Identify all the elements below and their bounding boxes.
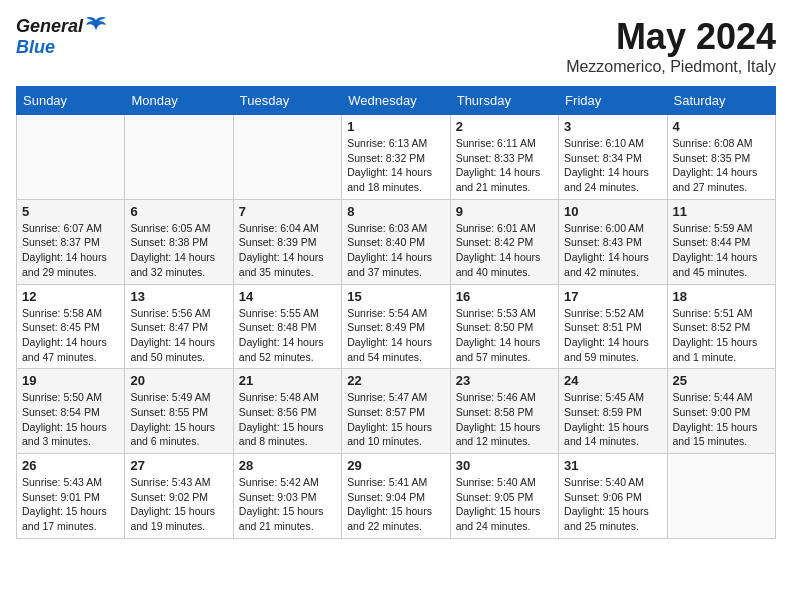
calendar-cell: 7Sunrise: 6:04 AM Sunset: 8:39 PM Daylig… [233, 199, 341, 284]
calendar-cell: 24Sunrise: 5:45 AM Sunset: 8:59 PM Dayli… [559, 369, 667, 454]
day-info: Sunrise: 5:52 AM Sunset: 8:51 PM Dayligh… [564, 306, 661, 365]
calendar-cell: 10Sunrise: 6:00 AM Sunset: 8:43 PM Dayli… [559, 199, 667, 284]
day-header-monday: Monday [125, 87, 233, 115]
calendar-cell: 22Sunrise: 5:47 AM Sunset: 8:57 PM Dayli… [342, 369, 450, 454]
week-row-1: 1Sunrise: 6:13 AM Sunset: 8:32 PM Daylig… [17, 115, 776, 200]
day-number: 24 [564, 373, 661, 388]
calendar-cell: 4Sunrise: 6:08 AM Sunset: 8:35 PM Daylig… [667, 115, 775, 200]
day-info: Sunrise: 5:59 AM Sunset: 8:44 PM Dayligh… [673, 221, 770, 280]
day-info: Sunrise: 6:00 AM Sunset: 8:43 PM Dayligh… [564, 221, 661, 280]
calendar-cell [125, 115, 233, 200]
day-number: 26 [22, 458, 119, 473]
day-number: 5 [22, 204, 119, 219]
day-header-wednesday: Wednesday [342, 87, 450, 115]
calendar-cell: 29Sunrise: 5:41 AM Sunset: 9:04 PM Dayli… [342, 454, 450, 539]
week-row-2: 5Sunrise: 6:07 AM Sunset: 8:37 PM Daylig… [17, 199, 776, 284]
day-header-sunday: Sunday [17, 87, 125, 115]
logo: General Blue [16, 16, 107, 58]
day-info: Sunrise: 5:56 AM Sunset: 8:47 PM Dayligh… [130, 306, 227, 365]
day-number: 10 [564, 204, 661, 219]
days-header-row: SundayMondayTuesdayWednesdayThursdayFrid… [17, 87, 776, 115]
month-title: May 2024 [566, 16, 776, 58]
day-info: Sunrise: 6:13 AM Sunset: 8:32 PM Dayligh… [347, 136, 444, 195]
day-number: 13 [130, 289, 227, 304]
calendar-cell [233, 115, 341, 200]
calendar-cell: 9Sunrise: 6:01 AM Sunset: 8:42 PM Daylig… [450, 199, 558, 284]
day-info: Sunrise: 5:49 AM Sunset: 8:55 PM Dayligh… [130, 390, 227, 449]
day-number: 25 [673, 373, 770, 388]
day-number: 18 [673, 289, 770, 304]
day-info: Sunrise: 5:43 AM Sunset: 9:02 PM Dayligh… [130, 475, 227, 534]
calendar-cell: 14Sunrise: 5:55 AM Sunset: 8:48 PM Dayli… [233, 284, 341, 369]
day-number: 12 [22, 289, 119, 304]
day-number: 7 [239, 204, 336, 219]
header: General Blue May 2024 Mezzomerico, Piedm… [16, 16, 776, 76]
calendar-cell: 31Sunrise: 5:40 AM Sunset: 9:06 PM Dayli… [559, 454, 667, 539]
title-area: May 2024 Mezzomerico, Piedmont, Italy [566, 16, 776, 76]
calendar-cell: 17Sunrise: 5:52 AM Sunset: 8:51 PM Dayli… [559, 284, 667, 369]
calendar-cell: 5Sunrise: 6:07 AM Sunset: 8:37 PM Daylig… [17, 199, 125, 284]
calendar-cell: 30Sunrise: 5:40 AM Sunset: 9:05 PM Dayli… [450, 454, 558, 539]
calendar-cell: 25Sunrise: 5:44 AM Sunset: 9:00 PM Dayli… [667, 369, 775, 454]
day-number: 6 [130, 204, 227, 219]
day-number: 1 [347, 119, 444, 134]
day-header-tuesday: Tuesday [233, 87, 341, 115]
day-number: 11 [673, 204, 770, 219]
calendar-cell: 12Sunrise: 5:58 AM Sunset: 8:45 PM Dayli… [17, 284, 125, 369]
location-title: Mezzomerico, Piedmont, Italy [566, 58, 776, 76]
calendar-cell: 8Sunrise: 6:03 AM Sunset: 8:40 PM Daylig… [342, 199, 450, 284]
day-number: 21 [239, 373, 336, 388]
day-info: Sunrise: 5:50 AM Sunset: 8:54 PM Dayligh… [22, 390, 119, 449]
day-info: Sunrise: 6:03 AM Sunset: 8:40 PM Dayligh… [347, 221, 444, 280]
calendar-cell: 16Sunrise: 5:53 AM Sunset: 8:50 PM Dayli… [450, 284, 558, 369]
day-number: 27 [130, 458, 227, 473]
day-number: 28 [239, 458, 336, 473]
day-number: 4 [673, 119, 770, 134]
calendar-cell: 27Sunrise: 5:43 AM Sunset: 9:02 PM Dayli… [125, 454, 233, 539]
day-info: Sunrise: 5:45 AM Sunset: 8:59 PM Dayligh… [564, 390, 661, 449]
calendar-table: SundayMondayTuesdayWednesdayThursdayFrid… [16, 86, 776, 539]
calendar-cell [667, 454, 775, 539]
day-info: Sunrise: 5:43 AM Sunset: 9:01 PM Dayligh… [22, 475, 119, 534]
day-header-saturday: Saturday [667, 87, 775, 115]
day-number: 16 [456, 289, 553, 304]
day-number: 17 [564, 289, 661, 304]
day-info: Sunrise: 5:44 AM Sunset: 9:00 PM Dayligh… [673, 390, 770, 449]
day-info: Sunrise: 5:48 AM Sunset: 8:56 PM Dayligh… [239, 390, 336, 449]
calendar-cell: 20Sunrise: 5:49 AM Sunset: 8:55 PM Dayli… [125, 369, 233, 454]
day-info: Sunrise: 6:01 AM Sunset: 8:42 PM Dayligh… [456, 221, 553, 280]
day-info: Sunrise: 5:55 AM Sunset: 8:48 PM Dayligh… [239, 306, 336, 365]
day-info: Sunrise: 6:10 AM Sunset: 8:34 PM Dayligh… [564, 136, 661, 195]
calendar-cell: 13Sunrise: 5:56 AM Sunset: 8:47 PM Dayli… [125, 284, 233, 369]
calendar-cell: 1Sunrise: 6:13 AM Sunset: 8:32 PM Daylig… [342, 115, 450, 200]
calendar-cell: 23Sunrise: 5:46 AM Sunset: 8:58 PM Dayli… [450, 369, 558, 454]
day-number: 14 [239, 289, 336, 304]
calendar-cell: 11Sunrise: 5:59 AM Sunset: 8:44 PM Dayli… [667, 199, 775, 284]
day-info: Sunrise: 6:07 AM Sunset: 8:37 PM Dayligh… [22, 221, 119, 280]
day-number: 2 [456, 119, 553, 134]
day-info: Sunrise: 5:41 AM Sunset: 9:04 PM Dayligh… [347, 475, 444, 534]
week-row-4: 19Sunrise: 5:50 AM Sunset: 8:54 PM Dayli… [17, 369, 776, 454]
calendar-cell: 21Sunrise: 5:48 AM Sunset: 8:56 PM Dayli… [233, 369, 341, 454]
logo-bird-icon [85, 16, 107, 36]
day-number: 3 [564, 119, 661, 134]
day-info: Sunrise: 5:54 AM Sunset: 8:49 PM Dayligh… [347, 306, 444, 365]
day-number: 15 [347, 289, 444, 304]
day-info: Sunrise: 5:47 AM Sunset: 8:57 PM Dayligh… [347, 390, 444, 449]
calendar-cell [17, 115, 125, 200]
day-info: Sunrise: 6:04 AM Sunset: 8:39 PM Dayligh… [239, 221, 336, 280]
day-info: Sunrise: 5:40 AM Sunset: 9:05 PM Dayligh… [456, 475, 553, 534]
day-number: 23 [456, 373, 553, 388]
week-row-5: 26Sunrise: 5:43 AM Sunset: 9:01 PM Dayli… [17, 454, 776, 539]
day-number: 30 [456, 458, 553, 473]
day-number: 8 [347, 204, 444, 219]
week-row-3: 12Sunrise: 5:58 AM Sunset: 8:45 PM Dayli… [17, 284, 776, 369]
calendar-cell: 19Sunrise: 5:50 AM Sunset: 8:54 PM Dayli… [17, 369, 125, 454]
day-info: Sunrise: 5:42 AM Sunset: 9:03 PM Dayligh… [239, 475, 336, 534]
calendar-cell: 28Sunrise: 5:42 AM Sunset: 9:03 PM Dayli… [233, 454, 341, 539]
day-number: 29 [347, 458, 444, 473]
day-number: 22 [347, 373, 444, 388]
day-info: Sunrise: 5:40 AM Sunset: 9:06 PM Dayligh… [564, 475, 661, 534]
day-header-thursday: Thursday [450, 87, 558, 115]
calendar-cell: 6Sunrise: 6:05 AM Sunset: 8:38 PM Daylig… [125, 199, 233, 284]
